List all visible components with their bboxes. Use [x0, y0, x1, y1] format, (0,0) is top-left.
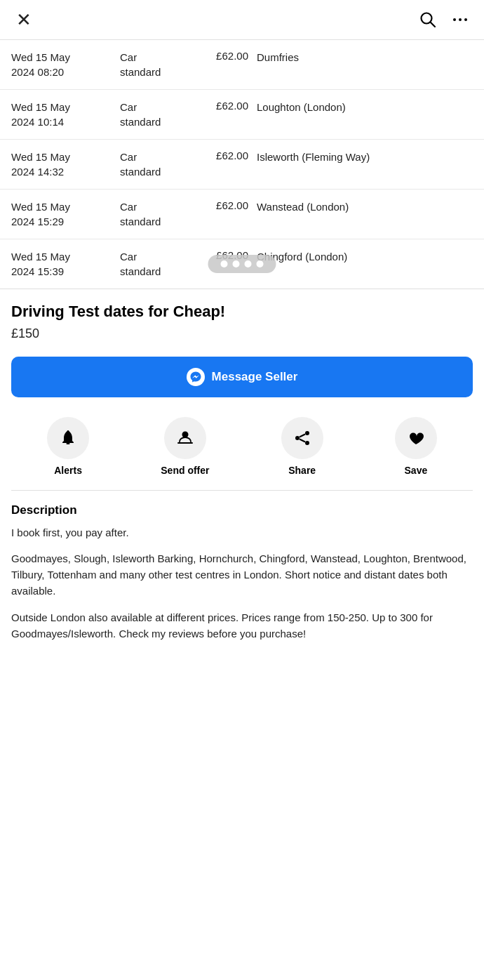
action-row: Alerts Send offer Share [0, 410, 484, 490]
listings-table: Wed 15 May2024 08:20 Carstandard £62.00 … [0, 40, 484, 289]
share-icon [293, 428, 312, 448]
svg-rect-5 [67, 443, 70, 444]
save-label: Save [405, 465, 428, 476]
svg-point-6 [67, 430, 69, 432]
listing-title: Driving Test dates for Cheap! [11, 302, 473, 322]
type-cell: Carstandard [120, 150, 201, 179]
table-row: Wed 15 May2024 15:29 Carstandard £62.00 … [0, 190, 484, 239]
message-seller-button[interactable]: Message Seller [11, 357, 473, 397]
price-cell: £62.00 [201, 50, 257, 79]
location-cell: Isleworth (Fleming Way) [257, 150, 473, 179]
description-section: Description I book first, you pay after.… [0, 491, 484, 655]
svg-point-4 [464, 18, 467, 21]
send-offer-circle [164, 417, 206, 459]
date-cell: Wed 15 May2024 08:20 [11, 50, 120, 79]
svg-line-11 [300, 434, 305, 437]
share-circle [281, 417, 323, 459]
send-offer-label: Send offer [161, 465, 209, 476]
save-action[interactable]: Save [395, 417, 437, 476]
messenger-logo [189, 371, 202, 383]
description-body: I book first, you pay after. Goodmayes, … [11, 524, 473, 642]
listing-info: Driving Test dates for Cheap! £150 [0, 289, 484, 357]
hand-coin-icon [175, 428, 195, 448]
date-cell: Wed 15 May2024 15:39 [11, 249, 120, 279]
search-button[interactable] [418, 10, 438, 29]
listing-price: £150 [11, 326, 473, 341]
price-cell: £62.00 [201, 100, 257, 129]
message-btn-label: Message Seller [212, 370, 298, 384]
location-cell: Loughton (London) [257, 100, 473, 129]
type-cell: Carstandard [120, 50, 201, 79]
type-cell: Carstandard [120, 100, 201, 129]
heart-icon [406, 428, 426, 448]
send-offer-action[interactable]: Send offer [161, 417, 209, 476]
dot-1 [221, 260, 228, 267]
more-options-button[interactable] [450, 10, 470, 29]
table-row: Wed 15 May2024 14:32 Carstandard £62.00 … [0, 140, 484, 190]
loading-indicator [208, 255, 276, 273]
table-row: Wed 15 May2024 10:14 Carstandard £62.00 … [0, 90, 484, 140]
svg-point-9 [295, 436, 300, 440]
close-button[interactable]: ✕ [14, 10, 34, 29]
price-cell: £62.00 [201, 199, 257, 229]
dot-3 [245, 260, 252, 267]
close-icon: ✕ [16, 11, 32, 29]
description-title: Description [11, 503, 473, 517]
svg-point-8 [305, 431, 309, 435]
location-cell: Wanstead (London) [257, 199, 473, 229]
type-cell: Carstandard [120, 199, 201, 229]
share-action[interactable]: Share [281, 417, 323, 476]
svg-point-3 [459, 18, 462, 21]
date-cell: Wed 15 May2024 10:14 [11, 100, 120, 129]
type-cell: Carstandard [120, 249, 201, 279]
dot-4 [257, 260, 264, 267]
description-para-1: I book first, you pay after. [11, 524, 473, 541]
svg-point-10 [305, 441, 309, 445]
svg-line-1 [431, 22, 436, 27]
date-cell: Wed 15 May2024 15:29 [11, 199, 120, 229]
table-row: Wed 15 May2024 15:39 Carstandard £62.00 … [0, 239, 484, 289]
description-para-2: Goodmayes, Slough, Isleworth Barking, Ho… [11, 550, 473, 600]
bell-icon [58, 428, 78, 448]
svg-point-2 [453, 18, 456, 21]
messenger-icon [187, 368, 205, 386]
message-btn-container: Message Seller [0, 357, 484, 410]
search-icon [419, 11, 437, 29]
svg-line-12 [300, 439, 305, 442]
alerts-label: Alerts [54, 465, 82, 476]
more-icon [451, 11, 469, 29]
dot-2 [233, 260, 240, 267]
share-label: Share [288, 465, 316, 476]
location-cell: Chingford (London) [257, 249, 473, 279]
alerts-action[interactable]: Alerts [47, 417, 89, 476]
description-para-3: Outside London also available at differe… [11, 609, 473, 642]
table-row: Wed 15 May2024 08:20 Carstandard £62.00 … [0, 40, 484, 90]
save-circle [395, 417, 437, 459]
location-cell: Dumfries [257, 50, 473, 79]
price-cell: £62.00 [201, 150, 257, 179]
alerts-circle [47, 417, 89, 459]
nav-bar: ✕ [0, 0, 484, 40]
date-cell: Wed 15 May2024 14:32 [11, 150, 120, 179]
